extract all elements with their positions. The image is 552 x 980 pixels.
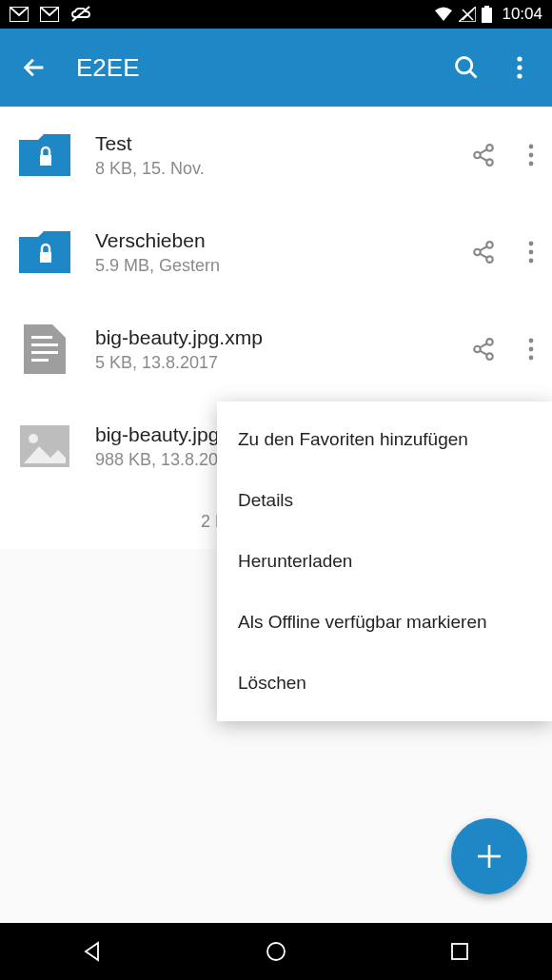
overflow-menu-button[interactable] bbox=[504, 52, 535, 83]
svg-point-27 bbox=[529, 242, 534, 246]
svg-point-39 bbox=[529, 339, 534, 343]
svg-point-18 bbox=[529, 145, 534, 149]
svg-rect-5 bbox=[482, 8, 492, 23]
folder-lock-icon bbox=[17, 127, 72, 183]
svg-rect-30 bbox=[31, 336, 52, 339]
menu-item-favorite[interactable]: Zu den Favoriten hinzufügen bbox=[217, 409, 552, 470]
svg-line-8 bbox=[470, 71, 477, 78]
item-menu-button[interactable] bbox=[518, 336, 544, 363]
item-menu-button[interactable] bbox=[518, 239, 544, 265]
nav-back-button[interactable] bbox=[78, 937, 107, 966]
svg-point-19 bbox=[529, 153, 534, 158]
menu-item-offline[interactable]: Als Offline verfügbar markieren bbox=[217, 592, 552, 653]
cloud-off-icon bbox=[70, 6, 91, 23]
list-item[interactable]: big-beauty.jpg.xmp 5 KB, 13.8.2017 bbox=[0, 301, 552, 398]
file-name: big-beauty.jpg.xmp bbox=[95, 326, 470, 349]
nav-home-button[interactable] bbox=[262, 937, 290, 966]
svg-rect-33 bbox=[31, 359, 49, 362]
item-menu-button[interactable] bbox=[518, 142, 544, 168]
menu-item-details[interactable]: Details bbox=[217, 470, 552, 531]
file-name: Verschieben bbox=[95, 229, 470, 252]
mail-icon bbox=[10, 7, 29, 22]
svg-point-40 bbox=[529, 347, 534, 352]
svg-point-34 bbox=[486, 339, 493, 345]
svg-point-15 bbox=[486, 159, 493, 166]
context-menu: Zu den Favoriten hinzufügen Details Heru… bbox=[217, 402, 552, 721]
svg-point-14 bbox=[474, 152, 481, 159]
svg-point-41 bbox=[529, 356, 534, 361]
svg-point-24 bbox=[486, 256, 493, 263]
search-button[interactable] bbox=[451, 52, 482, 83]
list-item[interactable]: Verschieben 5.9 MB, Gestern bbox=[0, 204, 552, 301]
file-name: Test bbox=[95, 132, 470, 155]
svg-point-43 bbox=[29, 434, 38, 443]
svg-point-9 bbox=[517, 56, 522, 61]
svg-line-38 bbox=[480, 351, 487, 355]
add-fab[interactable] bbox=[451, 818, 527, 894]
svg-point-7 bbox=[457, 58, 472, 73]
svg-rect-21 bbox=[40, 252, 51, 263]
nav-recents-button[interactable] bbox=[445, 937, 474, 966]
list-item[interactable]: Test 8 KB, 15. Nov. bbox=[0, 107, 552, 204]
svg-line-25 bbox=[480, 246, 487, 250]
svg-point-36 bbox=[486, 353, 493, 360]
svg-line-37 bbox=[480, 343, 487, 347]
svg-rect-32 bbox=[31, 351, 58, 354]
status-time: 10:04 bbox=[502, 5, 542, 24]
back-button[interactable] bbox=[19, 52, 49, 83]
menu-item-download[interactable]: Herunterladen bbox=[217, 531, 552, 592]
svg-rect-47 bbox=[452, 944, 467, 959]
svg-point-46 bbox=[267, 943, 285, 960]
svg-rect-31 bbox=[31, 343, 58, 346]
svg-rect-6 bbox=[484, 6, 489, 8]
share-button[interactable] bbox=[470, 142, 497, 168]
document-icon bbox=[17, 322, 72, 377]
svg-point-28 bbox=[529, 250, 534, 255]
file-meta: 8 KB, 15. Nov. bbox=[95, 159, 470, 179]
svg-line-17 bbox=[480, 157, 487, 161]
file-meta: 5.9 MB, Gestern bbox=[95, 256, 470, 276]
svg-point-22 bbox=[486, 242, 493, 247]
file-meta: 5 KB, 13.8.2017 bbox=[95, 353, 470, 373]
svg-point-35 bbox=[474, 346, 481, 353]
svg-line-16 bbox=[480, 149, 487, 153]
svg-point-29 bbox=[529, 259, 534, 264]
image-icon bbox=[17, 419, 72, 474]
svg-point-20 bbox=[529, 162, 534, 167]
svg-point-11 bbox=[517, 73, 522, 78]
system-nav-bar bbox=[0, 923, 552, 980]
share-button[interactable] bbox=[470, 239, 497, 265]
svg-point-13 bbox=[486, 145, 493, 151]
battery-icon bbox=[482, 6, 492, 23]
svg-rect-12 bbox=[40, 155, 51, 166]
app-bar: E2EE bbox=[0, 29, 552, 107]
folder-lock-icon bbox=[17, 225, 72, 280]
status-bar: 10:04 bbox=[0, 0, 552, 29]
share-button[interactable] bbox=[470, 336, 497, 363]
svg-line-26 bbox=[480, 254, 487, 258]
signal-icon bbox=[459, 7, 476, 22]
mail-icon bbox=[40, 7, 59, 22]
svg-point-23 bbox=[474, 249, 481, 256]
menu-item-delete[interactable]: Löschen bbox=[217, 653, 552, 714]
svg-point-10 bbox=[517, 65, 522, 69]
page-title: E2EE bbox=[76, 53, 424, 83]
wifi-icon bbox=[434, 7, 453, 22]
